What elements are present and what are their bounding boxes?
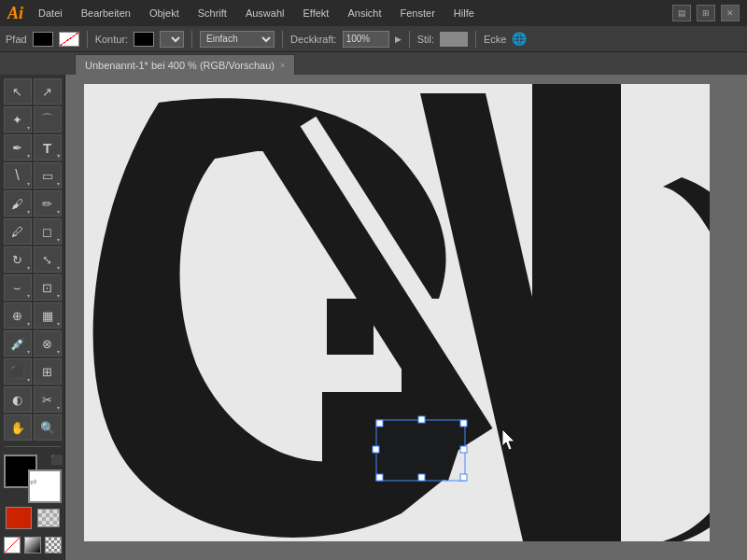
svg-rect-5 <box>376 474 383 481</box>
menu-ansicht[interactable]: Ansicht <box>344 6 385 21</box>
deckkraft-input[interactable] <box>343 31 389 48</box>
tool-row-1: ↖ ↗ <box>2 78 63 105</box>
lasso-tool[interactable]: ⌒ <box>34 106 62 133</box>
hand-tool[interactable]: ✋ <box>4 414 32 441</box>
document-tab[interactable]: Unbenannt-1* bei 400 % (RGB/Vorschau) × <box>75 54 295 75</box>
tool-row-12: ◐ ✂▾ <box>2 386 63 413</box>
swap-colors[interactable]: ⇄ <box>30 477 37 486</box>
svg-rect-2 <box>376 420 465 481</box>
sep5 <box>475 31 476 48</box>
title-right-icons: ▤ ⊞ ✕ <box>672 5 740 21</box>
kontur-swatch[interactable] <box>134 32 154 47</box>
deckkraft-label: Deckkraft: <box>290 34 337 45</box>
svg-rect-3 <box>376 420 383 427</box>
eyedropper-tool[interactable]: 💉▾ <box>4 330 32 357</box>
direct-selection-tool[interactable]: ↗ <box>34 78 62 105</box>
tool-row-13: ✋ 🔍 <box>2 414 63 441</box>
blob-brush-tool[interactable]: 🖊 <box>4 218 32 245</box>
eraser-tool[interactable]: ◻▾ <box>34 218 62 245</box>
title-bar: Ai Datei Bearbeiten Objekt Schrift Auswa… <box>0 0 747 26</box>
stil-label: Stil: <box>417 34 434 45</box>
arrange-icon[interactable]: ⊞ <box>697 5 715 21</box>
close-icon[interactable]: ✕ <box>721 5 740 21</box>
color-swatches: ⬛ ⇄ <box>4 455 62 504</box>
fill-swatch[interactable] <box>33 32 53 47</box>
symbol-tool[interactable]: ⊕▾ <box>4 302 32 329</box>
stroke-swatch-none[interactable] <box>59 32 79 47</box>
artboard <box>84 84 710 541</box>
graph-tool[interactable]: ▦▾ <box>34 302 62 329</box>
magic-wand-tool[interactable]: ✦▾ <box>4 106 32 133</box>
rotate-tool[interactable]: ↻▾ <box>4 246 32 273</box>
path-label: Pfad <box>6 34 27 45</box>
menu-objekt[interactable]: Objekt <box>146 6 183 21</box>
menu-effekt[interactable]: Effekt <box>299 6 332 21</box>
zoom-tool[interactable]: 🔍 <box>34 414 62 441</box>
letter-l-bar <box>532 84 621 541</box>
sep2 <box>191 31 192 48</box>
scale-tool[interactable]: ⤡▾ <box>34 246 62 273</box>
svg-rect-6 <box>460 474 467 481</box>
menu-hilfe[interactable]: Hilfe <box>450 6 478 21</box>
svg-rect-9 <box>373 446 379 453</box>
menu-schrift[interactable]: Schrift <box>194 6 231 21</box>
reset-colors[interactable]: ⬛ <box>50 455 62 465</box>
svg-rect-10 <box>460 446 467 453</box>
stroke-select[interactable]: Einfach <box>200 31 275 48</box>
menu-datei[interactable]: Datei <box>35 6 66 21</box>
toolbar: ↖ ↗ ✦▾ ⌒ ✒▾ T▾ \▾ ▭▾ 🖌▾ ✏▾ 🖊 ◻▾ ↻▾ ⤡▾ ⌣▾ <box>0 75 65 560</box>
shape-tool[interactable]: ▭▾ <box>34 162 62 189</box>
type-tool[interactable]: T▾ <box>34 134 62 161</box>
none-swatch[interactable] <box>4 537 21 553</box>
deckkraft-arrow[interactable]: ▶ <box>395 35 402 44</box>
pencil-tool[interactable]: ✏▾ <box>34 190 62 217</box>
tool-row-2: ✦▾ ⌒ <box>2 106 63 133</box>
tool-row-3: ✒▾ T▾ <box>2 134 63 161</box>
tab-close-button[interactable]: × <box>280 61 285 70</box>
paintbrush-tool[interactable]: 🖌▾ <box>4 190 32 217</box>
blend-tool[interactable]: ⊗▾ <box>34 330 62 357</box>
background-color[interactable] <box>28 469 62 503</box>
tool-row-9: ⊕▾ ▦▾ <box>2 302 63 329</box>
tab-bar: Unbenannt-1* bei 400 % (RGB/Vorschau) × <box>0 52 747 75</box>
pen-tool[interactable]: ✒▾ <box>4 134 32 161</box>
canvas-area <box>65 75 747 560</box>
tool-row-6: 🖊 ◻▾ <box>2 218 63 245</box>
app-logo: Ai <box>7 4 23 23</box>
menu-auswahl[interactable]: Auswahl <box>242 6 289 21</box>
free-transform-tool[interactable]: ⊡▾ <box>34 274 62 301</box>
sep1 <box>87 31 88 48</box>
artwork-svg <box>84 84 710 541</box>
line-tool[interactable]: \▾ <box>4 162 32 189</box>
svg-rect-8 <box>418 474 425 481</box>
mesh-tool[interactable]: ⊞ <box>34 358 62 385</box>
gradient-tool[interactable]: ◐ <box>4 386 32 413</box>
tool-row-10: 💉▾ ⊗▾ <box>2 330 63 357</box>
pattern-swatch[interactable] <box>37 509 60 527</box>
tool-row-11: ⬛▾ ⊞ <box>2 358 63 385</box>
workspace-icon[interactable]: ▤ <box>672 5 691 21</box>
gradient-swatch[interactable] <box>24 537 41 553</box>
svg-rect-7 <box>418 416 425 423</box>
sep3 <box>282 31 283 48</box>
scissors-tool[interactable]: ✂▾ <box>34 386 62 413</box>
kontur-select[interactable] <box>160 31 184 48</box>
menu-bearbeiten[interactable]: Bearbeiten <box>78 6 134 21</box>
sep4 <box>409 31 410 48</box>
red-overlay-swatch[interactable] <box>6 507 32 529</box>
main-area: ↖ ↗ ✦▾ ⌒ ✒▾ T▾ \▾ ▭▾ 🖌▾ ✏▾ 🖊 ◻▾ ↻▾ ⤡▾ ⌣▾ <box>0 75 747 560</box>
color-separator <box>5 446 61 447</box>
options-bar: Pfad Kontur: Einfach Deckkraft: ▶ Stil: … <box>0 26 747 52</box>
stil-swatch[interactable] <box>440 32 468 47</box>
selection-tool[interactable]: ↖ <box>4 78 32 105</box>
ecke-label: Ecke <box>484 34 506 45</box>
pattern-fill-swatch[interactable] <box>45 537 62 553</box>
svg-rect-4 <box>460 420 467 427</box>
selected-object <box>373 416 467 481</box>
warp-tool[interactable]: ⌣▾ <box>4 274 32 301</box>
menu-fenster[interactable]: Fenster <box>397 6 439 21</box>
tool-row-7: ↻▾ ⤡▾ <box>2 246 63 273</box>
live-paint-tool[interactable]: ⬛▾ <box>4 358 32 385</box>
global-icon[interactable]: 🌐 <box>512 32 527 46</box>
tool-row-5: 🖌▾ ✏▾ <box>2 190 63 217</box>
